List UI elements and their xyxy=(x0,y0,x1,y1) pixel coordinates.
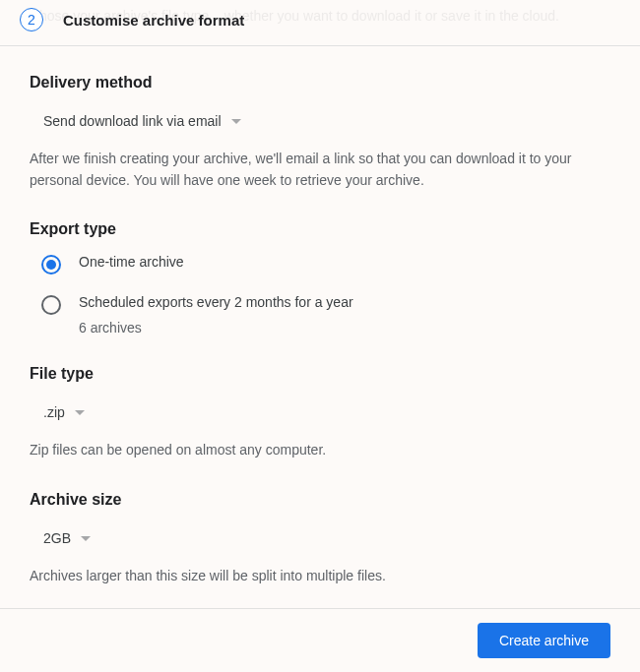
delivery-method-selected: Send download link via email xyxy=(43,113,222,129)
export-type-radio-group: One-time archive Scheduled exports every… xyxy=(30,254,610,336)
archive-size-section: Archive size 2GB Archives larger than th… xyxy=(30,491,610,587)
page-title: Customise archive format xyxy=(63,12,244,29)
file-type-dropdown[interactable]: .zip xyxy=(30,398,93,426)
file-type-title: File type xyxy=(30,365,610,383)
export-type-option-scheduled[interactable]: Scheduled exports every 2 months for a y… xyxy=(41,294,610,336)
content-area: Delivery method Send download link via e… xyxy=(0,46,640,587)
step-header: hose your archive's file type... whether… xyxy=(0,0,640,46)
radio-unselected-icon xyxy=(41,295,61,315)
chevron-down-icon xyxy=(81,536,91,541)
archive-size-description: Archives larger than this size will be s… xyxy=(30,566,610,587)
chevron-down-icon xyxy=(231,119,241,124)
delivery-method-section: Delivery method Send download link via e… xyxy=(30,74,610,191)
delivery-method-description: After we finish creating your archive, w… xyxy=(30,149,610,191)
export-type-title: Export type xyxy=(30,220,610,238)
file-type-section: File type .zip Zip files can be opened o… xyxy=(30,365,610,461)
archive-size-dropdown[interactable]: 2GB xyxy=(30,524,98,552)
export-type-section: Export type One-time archive Scheduled e… xyxy=(30,220,610,336)
file-type-description: Zip files can be opened on almost any co… xyxy=(30,440,610,461)
radio-selected-icon xyxy=(41,255,61,275)
delivery-method-dropdown[interactable]: Send download link via email xyxy=(30,107,249,135)
chevron-down-icon xyxy=(75,410,85,415)
delivery-method-title: Delivery method xyxy=(30,74,610,92)
export-type-option-onetime[interactable]: One-time archive xyxy=(41,254,610,275)
footer: Create archive xyxy=(0,608,640,672)
radio-label: Scheduled exports every 2 months for a y… xyxy=(79,294,353,310)
create-archive-button[interactable]: Create archive xyxy=(478,623,610,658)
archive-size-selected: 2GB xyxy=(43,530,71,546)
file-type-selected: .zip xyxy=(43,404,65,420)
step-number-badge: 2 xyxy=(20,8,43,31)
radio-label: One-time archive xyxy=(79,254,184,270)
radio-sublabel: 6 archives xyxy=(79,320,353,336)
archive-size-title: Archive size xyxy=(30,491,610,509)
